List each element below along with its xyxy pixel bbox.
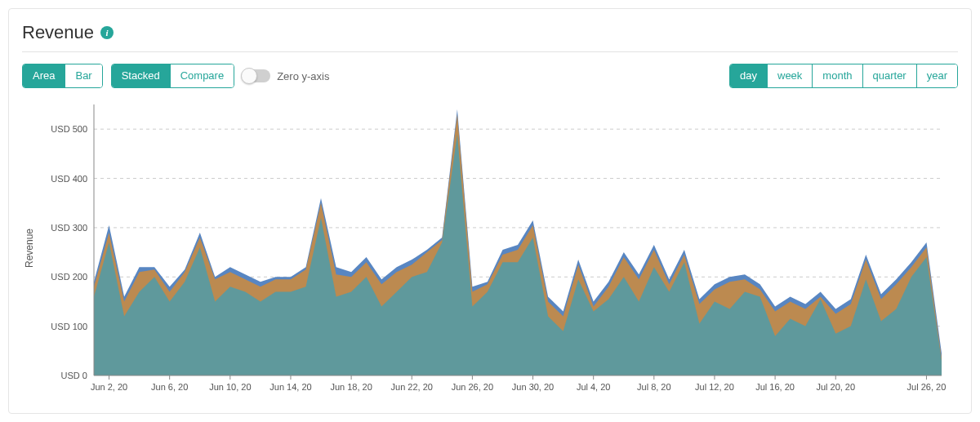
svg-text:Jul 20, 20: Jul 20, 20	[816, 382, 855, 392]
chart-type-toggle: Area Bar	[22, 64, 103, 88]
revenue-chart: USD 0USD 100USD 200USD 300USD 400USD 500…	[37, 93, 951, 403]
period-year[interactable]: year	[916, 64, 957, 87]
controls-row: Area Bar Stacked Compare Zero y-axis day…	[22, 64, 958, 88]
period-quarter[interactable]: quarter	[862, 64, 916, 87]
zero-yaxis-label: Zero y-axis	[277, 70, 329, 82]
svg-text:USD 0: USD 0	[61, 371, 87, 380]
page-title: Revenue	[22, 22, 94, 43]
revenue-panel: Revenue i Area Bar Stacked Compare Zero …	[8, 8, 972, 414]
svg-text:Jun 18, 20: Jun 18, 20	[330, 382, 372, 392]
svg-text:Jun 10, 20: Jun 10, 20	[209, 382, 251, 392]
stack-mode-stacked[interactable]: Stacked	[112, 64, 170, 87]
chart-wrap: Revenue USD 0USD 100USD 200USD 300USD 40…	[22, 93, 958, 403]
switch-track	[243, 69, 270, 82]
chart-type-bar[interactable]: Bar	[65, 64, 101, 87]
svg-text:Jul 12, 20: Jul 12, 20	[695, 382, 734, 392]
svg-text:Jul 26, 20: Jul 26, 20	[907, 382, 947, 392]
svg-text:USD 100: USD 100	[51, 322, 87, 331]
svg-text:Jun 6, 20: Jun 6, 20	[151, 382, 188, 392]
period-toggle: day week month quarter year	[729, 64, 958, 88]
svg-text:Jun 14, 20: Jun 14, 20	[270, 382, 311, 392]
y-axis-title: Revenue	[22, 93, 37, 403]
svg-text:USD 400: USD 400	[51, 174, 87, 184]
period-day[interactable]: day	[730, 64, 767, 87]
period-week[interactable]: week	[767, 64, 812, 87]
zero-yaxis-switch[interactable]: Zero y-axis	[243, 69, 329, 82]
chart-container: USD 0USD 100USD 200USD 300USD 400USD 500…	[37, 93, 958, 403]
svg-text:USD 300: USD 300	[51, 223, 87, 233]
svg-text:Jun 2, 20: Jun 2, 20	[91, 382, 127, 392]
svg-text:USD 500: USD 500	[51, 124, 87, 134]
stack-mode-compare[interactable]: Compare	[170, 64, 234, 87]
chart-type-area[interactable]: Area	[23, 64, 65, 87]
svg-text:Jul 16, 20: Jul 16, 20	[755, 382, 795, 392]
switch-thumb	[241, 68, 257, 84]
info-icon[interactable]: i	[100, 26, 114, 39]
svg-text:Jul 4, 20: Jul 4, 20	[577, 382, 611, 392]
svg-text:Jul 8, 20: Jul 8, 20	[637, 382, 671, 392]
svg-text:Jun 26, 20: Jun 26, 20	[452, 382, 493, 392]
stack-mode-toggle: Stacked Compare	[111, 64, 234, 88]
svg-text:Jun 22, 20: Jun 22, 20	[391, 382, 433, 392]
panel-header: Revenue i	[22, 22, 958, 52]
svg-text:USD 200: USD 200	[51, 272, 87, 282]
svg-text:Jun 30, 20: Jun 30, 20	[512, 382, 554, 392]
period-month[interactable]: month	[812, 64, 862, 87]
